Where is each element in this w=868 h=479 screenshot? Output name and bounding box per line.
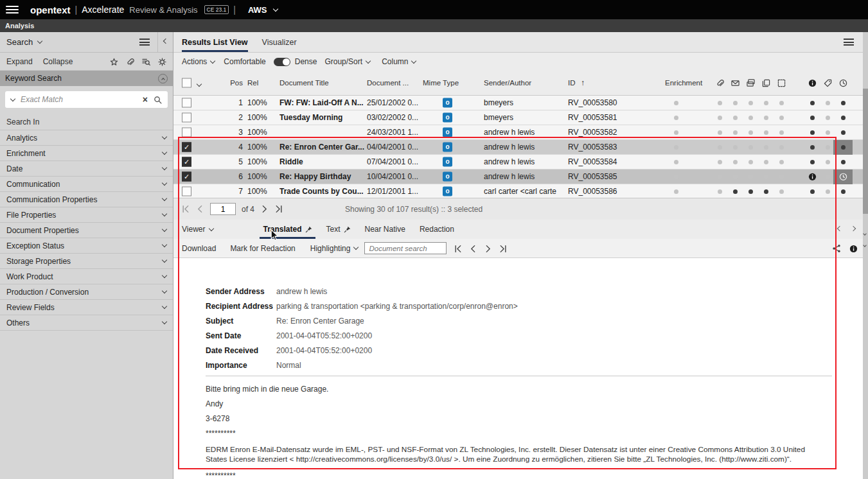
- row-checkbox[interactable]: [182, 187, 191, 196]
- favorite-star-icon[interactable]: [110, 57, 118, 65]
- previous-hit-button[interactable]: [469, 243, 477, 252]
- actions-dropdown[interactable]: Actions: [182, 57, 215, 66]
- row-title[interactable]: Riddle: [279, 157, 366, 166]
- col-duplicates-icon[interactable]: [747, 77, 755, 89]
- table-row[interactable]: ✓5100%Riddle07/04/2001 0...oandrew h lew…: [173, 155, 863, 170]
- row-checkbox[interactable]: [182, 98, 191, 108]
- scroll-chevron-down-icon[interactable]: [864, 226, 866, 238]
- row-title[interactable]: Trade Counts by Cou...: [279, 187, 366, 196]
- highlighting-dropdown[interactable]: Highlighting: [310, 244, 359, 253]
- row-title[interactable]: Tuesday Morning: [279, 113, 366, 122]
- tab-analysis[interactable]: Analysis: [5, 22, 34, 30]
- col-rel[interactable]: Rel: [247, 79, 258, 87]
- environment-chevron-down-icon[interactable]: [272, 6, 278, 11]
- share-icon[interactable]: [832, 243, 841, 253]
- density-toggle[interactable]: [274, 58, 290, 66]
- search-panel-chevron-down-icon[interactable]: [37, 39, 42, 44]
- table-row[interactable]: 1100%FW: FW: Laid-Off A N...25/01/2002 0…: [173, 96, 863, 110]
- sidebar-item-storage-properties[interactable]: Storage Properties: [0, 254, 173, 269]
- last-hit-button[interactable]: [499, 243, 507, 252]
- mark-for-redaction-button[interactable]: Mark for Redaction: [230, 244, 295, 253]
- row-checkbox[interactable]: ✓: [182, 157, 191, 167]
- previous-page-button[interactable]: [196, 205, 204, 213]
- search-type-chevron-down-icon[interactable]: [10, 96, 15, 101]
- next-hit-button[interactable]: [484, 243, 492, 252]
- sidebar-item-document-properties[interactable]: Document Properties: [0, 223, 173, 238]
- page-number-input[interactable]: [210, 203, 236, 215]
- viewer-dropdown[interactable]: Viewer: [182, 225, 213, 234]
- row-checkbox[interactable]: ✓: [182, 143, 191, 152]
- first-hit-button[interactable]: [454, 243, 463, 252]
- table-row[interactable]: 2100%Tuesday Morning03/02/2002 0...obmey…: [173, 110, 863, 125]
- col-selection-box-icon[interactable]: [777, 77, 786, 89]
- collapse-button[interactable]: Collapse: [43, 57, 73, 66]
- col-enrichment[interactable]: Enrichment: [665, 79, 702, 87]
- sidebar-item-exception-status[interactable]: Exception Status: [0, 238, 173, 254]
- pin-icon[interactable]: [305, 225, 312, 234]
- table-row[interactable]: ✓6100%Re: Happy Birthday10/04/2001 0...o…: [173, 170, 863, 184]
- sidebar-item-analytics[interactable]: Analytics: [0, 130, 173, 146]
- document-search-input[interactable]: [364, 242, 447, 254]
- download-button[interactable]: Download: [182, 244, 216, 253]
- environment-selector[interactable]: AWS: [248, 5, 267, 15]
- search-icon[interactable]: [154, 94, 162, 105]
- col-id[interactable]: ID: [568, 79, 576, 87]
- main-menu-icon[interactable]: [6, 6, 19, 13]
- column-dropdown[interactable]: Column: [382, 57, 416, 66]
- viewer-tab-translated[interactable]: Translated: [256, 220, 319, 239]
- col-document-title[interactable]: Document Title: [279, 79, 329, 87]
- attachment-icon[interactable]: [126, 57, 134, 65]
- gear-icon[interactable]: [158, 57, 166, 65]
- viewer-tab-near-native[interactable]: Near Native: [358, 220, 412, 239]
- scrollbar-thumb[interactable]: [863, 89, 868, 214]
- viewer-tab-text[interactable]: Text: [319, 220, 358, 239]
- viewer-prev-icon[interactable]: [837, 225, 842, 231]
- sidebar-item-date[interactable]: Date: [0, 161, 173, 177]
- sidebar-menu-icon[interactable]: [139, 39, 150, 46]
- sort-ascending-icon[interactable]: ↑: [581, 78, 585, 87]
- col-mime-type[interactable]: Mime Type: [423, 79, 459, 87]
- table-row[interactable]: 7100%Trade Counts by Cou...12/01/2001 1.…: [173, 184, 863, 198]
- row-title[interactable]: Re: Happy Birthday: [279, 172, 366, 181]
- scroll-chevron-down-icon[interactable]: [864, 238, 866, 249]
- last-page-button[interactable]: [274, 205, 283, 213]
- search-panel-title[interactable]: Search: [6, 37, 33, 47]
- table-row[interactable]: 3100%24/03/2001 1...oandrew h lewisRV_00…: [173, 125, 863, 140]
- vertical-scrollbar[interactable]: [863, 32, 868, 479]
- header-chevron-down-icon[interactable]: [197, 77, 201, 89]
- row-checkbox[interactable]: [182, 128, 191, 137]
- row-checkbox[interactable]: [182, 113, 191, 123]
- table-row[interactable]: ✓4100%Re: Enron Center Gar...04/04/2001 …: [173, 140, 863, 155]
- row-title[interactable]: Re: Enron Center Gar...: [279, 143, 366, 152]
- select-all-checkbox[interactable]: [182, 78, 191, 88]
- sidebar-item-review-fields[interactable]: Review Fields: [0, 300, 173, 315]
- row-title[interactable]: FW: FW: Laid-Off A N...: [279, 98, 366, 107]
- sidebar-item-others[interactable]: Others: [0, 315, 173, 331]
- col-mail-thread-icon[interactable]: [731, 77, 740, 89]
- col-tag-icon[interactable]: [824, 77, 832, 89]
- keyword-search-input[interactable]: [21, 95, 137, 104]
- col-history-icon[interactable]: [839, 77, 847, 89]
- sidebar-item-communication[interactable]: Communication: [0, 177, 173, 192]
- sidebar-item-production-conversion[interactable]: Production / Conversion: [0, 284, 173, 300]
- sidebar-item-enrichment[interactable]: Enrichment: [0, 146, 173, 161]
- search-within-results-icon[interactable]: [142, 57, 150, 65]
- col-attachment-icon[interactable]: [716, 77, 724, 89]
- collapse-section-icon[interactable]: [158, 74, 168, 83]
- keyword-search-section-header[interactable]: Keyword Search: [0, 71, 173, 86]
- col-info-icon[interactable]: [808, 77, 817, 89]
- row-checkbox[interactable]: ✓: [182, 172, 191, 182]
- document-info-icon[interactable]: [849, 243, 858, 252]
- tab-visualizer[interactable]: Visualizer: [262, 32, 297, 52]
- first-page-button[interactable]: [182, 205, 190, 213]
- results-options-menu-icon[interactable]: [844, 39, 854, 46]
- next-page-button[interactable]: [260, 205, 269, 213]
- sidebar-item-file-properties[interactable]: File Properties: [0, 207, 173, 223]
- viewer-tab-redaction[interactable]: Redaction: [412, 220, 461, 239]
- tab-results-list-view[interactable]: Results List View: [182, 32, 248, 52]
- sidebar-item-work-product[interactable]: Work Product: [0, 269, 173, 284]
- sidebar-item-communication-properties[interactable]: Communication Properties: [0, 192, 173, 207]
- col-sender-author[interactable]: Sender/Author: [484, 79, 531, 87]
- group-sort-dropdown[interactable]: Group/Sort: [324, 57, 370, 66]
- info-icon[interactable]: [808, 172, 817, 181]
